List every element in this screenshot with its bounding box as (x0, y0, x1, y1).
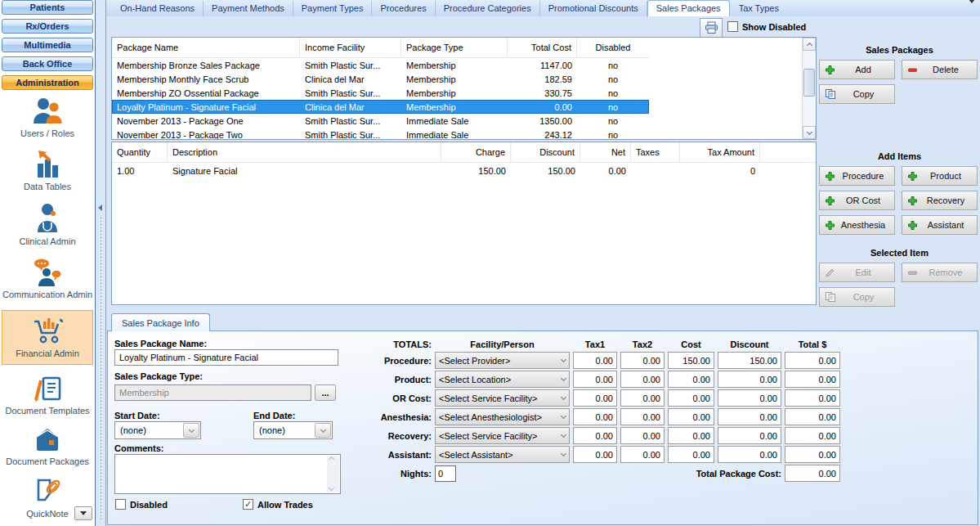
item-row[interactable]: 1.00 Signature Facial 150.00 150.00 0.00… (112, 163, 816, 179)
add-assistant-button[interactable]: Assistant (902, 215, 978, 235)
disabled-checkbox[interactable] (115, 499, 126, 510)
tab-on-hand-reasons[interactable]: On-Hand Reasons (112, 1, 204, 16)
recovery-discount-field[interactable]: 0.00 (718, 427, 781, 444)
add-anesthesia-button[interactable]: Anesthesia (819, 215, 895, 235)
column-header-income-facility[interactable]: Income Facility (300, 38, 401, 57)
allow-trades-checkbox[interactable]: ✓ (243, 499, 253, 510)
column-header-description[interactable]: Description (168, 142, 441, 162)
anesthesia-cost-field[interactable]: 0.00 (668, 408, 714, 425)
copy-package-button[interactable]: Copy (819, 84, 895, 104)
scrollbar-thumb[interactable] (803, 69, 815, 97)
delete-package-button[interactable]: Delete (902, 60, 978, 79)
procedure-total-field[interactable]: 0.00 (785, 352, 840, 369)
column-header-tax-amount[interactable]: Tax Amount (680, 142, 760, 162)
or-cost-discount-field[interactable]: 0.00 (718, 389, 781, 407)
column-header-charge[interactable]: Charge (441, 142, 511, 162)
product-tax1-field[interactable]: 0.00 (573, 371, 617, 388)
sidebar-item-data-tables[interactable]: Data Tables (0, 150, 95, 192)
tab-sales-packages[interactable]: Sales Packages (647, 0, 730, 16)
recovery-facility-select[interactable]: <Select Service Facility> (435, 427, 570, 444)
edit-item-button[interactable]: Edit (819, 263, 895, 282)
or-cost-facility-select[interactable]: <Select Service Facility> (435, 389, 570, 407)
splitter-handle[interactable] (101, 218, 101, 521)
procedure-tax1-field[interactable]: 0.00 (573, 352, 617, 369)
column-header-net[interactable]: Net (580, 142, 631, 162)
collapse-left-icon[interactable] (98, 205, 102, 211)
procedure-provider-select[interactable]: <Select Provider> (435, 352, 570, 369)
tab-procedure-categories[interactable]: Procedure Categories (436, 1, 540, 16)
anesthesia-tax1-field[interactable]: 0.00 (573, 408, 617, 425)
assistant-cost-field[interactable]: 0.00 (668, 446, 714, 463)
start-date-select[interactable]: (none) (114, 421, 201, 439)
recovery-cost-field[interactable]: 0.00 (668, 427, 714, 444)
column-header-disabled[interactable]: Disabled (577, 38, 649, 57)
tab-sales-package-info[interactable]: Sales Package Info (111, 313, 210, 331)
packages-table-scrollbar[interactable] (802, 38, 816, 139)
column-header-package-name[interactable]: Package Name (112, 38, 300, 57)
anesthesia-tax2-field[interactable]: 0.00 (620, 408, 665, 425)
assistant-select[interactable]: <Select Assistant> (435, 446, 570, 463)
nights-input[interactable] (435, 465, 456, 482)
dropdown-button[interactable] (183, 423, 199, 438)
tab-payment-types[interactable]: Payment Types (293, 1, 373, 16)
product-cost-field[interactable]: 0.00 (668, 371, 714, 388)
anesthesia-total-field[interactable]: 0.00 (785, 408, 840, 425)
assistant-discount-field[interactable]: 0.00 (718, 446, 781, 463)
product-total-field[interactable]: 0.00 (785, 371, 840, 388)
tab-overflow-button[interactable] (969, 3, 975, 13)
recovery-total-field[interactable]: 0.00 (785, 427, 840, 444)
sidebar-section-rx-orders[interactable]: Rx/Orders (2, 19, 93, 34)
copy-item-button[interactable]: Copy (819, 287, 895, 307)
add-package-button[interactable]: Add (819, 60, 895, 79)
add-procedure-button[interactable]: Procedure (819, 166, 895, 186)
sidebar-scroll-down-button[interactable] (74, 506, 92, 520)
column-header-total-cost[interactable]: Total Cost (508, 38, 577, 57)
column-header-quantity[interactable]: Quantity (112, 142, 168, 162)
tab-tax-types[interactable]: Tax Types (731, 1, 787, 16)
tab-promotional-discounts[interactable]: Promotional Discounts (540, 1, 647, 16)
or-cost-cost-field[interactable]: 0.00 (668, 389, 714, 407)
package-type-input[interactable] (114, 384, 311, 401)
sidebar-item-document-packages[interactable]: Document Packages (0, 426, 95, 467)
recovery-tax2-field[interactable]: 0.00 (620, 427, 665, 444)
remove-item-button[interactable]: Remove (902, 263, 978, 282)
anesthesiologist-select[interactable]: <Select Anesthesiologist> (435, 408, 570, 425)
comments-textarea[interactable] (114, 454, 341, 494)
package-row[interactable]: Membership Monthly Face Scrub Clinica de… (112, 72, 649, 86)
dropdown-button[interactable] (315, 423, 331, 438)
comments-scrollbar[interactable] (327, 456, 339, 492)
or-cost-tax2-field[interactable]: 0.00 (620, 389, 665, 407)
sidebar-item-clinical-admin[interactable]: Clinical Admin (0, 203, 95, 247)
assistant-tax1-field[interactable]: 0.00 (573, 446, 617, 463)
sidebar-section-multimedia[interactable]: Multimedia (2, 38, 93, 52)
sidebar-item-document-templates[interactable]: Document Templates (0, 375, 95, 416)
or-cost-tax1-field[interactable]: 0.00 (573, 389, 617, 407)
tab-payment-methods[interactable]: Payment Methods (204, 1, 293, 16)
sidebar-item-users-roles[interactable]: Users / Roles (0, 97, 95, 139)
column-header-package-type[interactable]: Package Type (401, 38, 508, 57)
sidebar-item-financial-admin[interactable]: Financial Admin (2, 310, 93, 365)
product-tax2-field[interactable]: 0.00 (620, 371, 665, 388)
package-name-input[interactable] (114, 349, 338, 366)
sidebar-item-communication-admin[interactable]: Communication Admin (0, 258, 95, 300)
assistant-tax2-field[interactable]: 0.00 (620, 446, 665, 463)
procedure-cost-field[interactable]: 150.00 (668, 352, 714, 369)
procedure-tax2-field[interactable]: 0.00 (620, 352, 665, 369)
print-button[interactable] (700, 18, 723, 38)
package-row[interactable]: November 2013 - Package Two Smith Plasti… (112, 128, 649, 140)
package-row[interactable]: Membership ZO Ossential Package Smith Pl… (112, 86, 649, 100)
add-or-cost-button[interactable]: OR Cost (819, 191, 895, 210)
sidebar-splitter[interactable] (96, 0, 106, 526)
sidebar-section-patients[interactable]: Patients (2, 0, 93, 15)
package-row[interactable]: November 2013 - Package One Smith Plasti… (112, 114, 649, 128)
product-location-select[interactable]: <Select Location> (435, 371, 570, 388)
tab-procedures[interactable]: Procedures (372, 1, 435, 16)
assistant-total-field[interactable]: 0.00 (785, 446, 840, 463)
procedure-discount-field[interactable]: 150.00 (718, 352, 781, 369)
recovery-tax1-field[interactable]: 0.00 (573, 427, 617, 444)
scroll-up-button[interactable] (803, 38, 816, 51)
add-recovery-button[interactable]: Recovery (902, 191, 978, 210)
package-row[interactable]: Membership Bronze Sales Package Smith Pl… (112, 58, 649, 72)
sidebar-section-administration[interactable]: Administration (2, 75, 93, 90)
show-disabled-checkbox[interactable] (727, 21, 738, 32)
